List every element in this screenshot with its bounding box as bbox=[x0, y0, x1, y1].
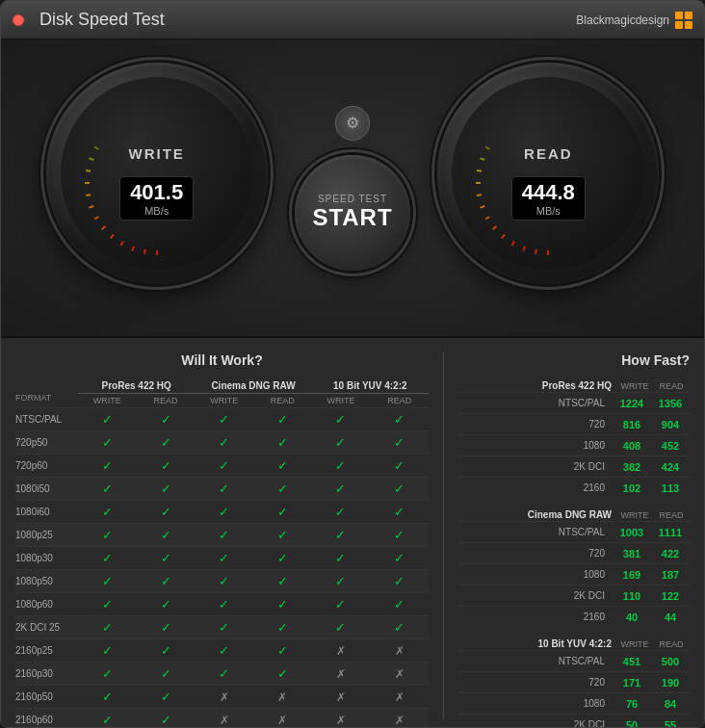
check-mark: ✓ bbox=[195, 551, 253, 565]
check-mark: ✓ bbox=[253, 458, 312, 473]
right-format-cell: 1080 bbox=[458, 569, 613, 580]
codec-prores-header: ProRes 422 HQ WRITE READ bbox=[78, 380, 195, 405]
check-mark: ✓ bbox=[78, 689, 137, 704]
check-mark: ✓ bbox=[195, 505, 253, 519]
svg-line-10 bbox=[94, 147, 98, 150]
check-mark: ✓ bbox=[253, 643, 312, 658]
check-group: ✓✓ bbox=[312, 481, 429, 496]
brand-icon bbox=[675, 12, 692, 29]
check-mark: ✓ bbox=[312, 412, 371, 427]
table-row: 720p60✓✓✓✓✓✓ bbox=[15, 454, 429, 477]
check-mark: ✓ bbox=[312, 551, 371, 565]
right-write-value: 1003 bbox=[613, 527, 651, 538]
right-codec-name: Cinema DNG RAW bbox=[458, 509, 616, 520]
table-row: 2K DCI 25✓✓✓✓✓✓ bbox=[15, 615, 429, 638]
format-cell: 2160p25 bbox=[15, 645, 78, 656]
check-mark: ✓ bbox=[312, 597, 371, 611]
check-group: ✓✓ bbox=[195, 435, 311, 450]
window-title: Disk Speed Test bbox=[39, 10, 576, 30]
check-mark: ✓ bbox=[370, 481, 429, 496]
right-codec-header: ProRes 422 HQWRITEREAD bbox=[458, 380, 690, 391]
check-group: ✓✓ bbox=[78, 574, 195, 588]
check-group: ✓✓ bbox=[195, 643, 311, 658]
read-gauge-svg bbox=[452, 77, 644, 270]
cross-mark: ✗ bbox=[312, 714, 371, 727]
right-table: How Fast? ProRes 422 HQWRITEREADNTSC/PAL… bbox=[458, 352, 690, 719]
right-read-value: 500 bbox=[651, 656, 690, 667]
check-mark: ✓ bbox=[137, 597, 196, 611]
svg-line-5 bbox=[89, 206, 93, 208]
check-mark: ✓ bbox=[195, 481, 253, 496]
right-format-cell: 720 bbox=[458, 548, 613, 559]
right-write-value: 50 bbox=[613, 719, 651, 729]
check-group: ✓✓ bbox=[78, 620, 195, 635]
check-mark: ✓ bbox=[137, 412, 196, 427]
check-mark: ✓ bbox=[370, 412, 429, 427]
check-mark: ✓ bbox=[137, 551, 196, 565]
right-write-label: WRITE bbox=[616, 381, 653, 391]
check-mark: ✓ bbox=[78, 481, 137, 496]
dng-read-label: READ bbox=[253, 396, 312, 405]
right-read-label: READ bbox=[653, 639, 690, 649]
check-mark: ✓ bbox=[195, 620, 253, 635]
check-group: ✓✓ bbox=[195, 597, 311, 611]
left-table: Will It Work? FORMAT ProRes 422 HQ WRITE… bbox=[15, 352, 429, 719]
check-group: ✗✗ bbox=[312, 690, 429, 704]
right-write-value: 102 bbox=[613, 482, 651, 494]
check-group: ✓✓ bbox=[195, 666, 311, 681]
cross-mark: ✗ bbox=[312, 667, 371, 681]
right-read-value: 113 bbox=[651, 482, 690, 494]
svg-line-23 bbox=[477, 170, 482, 171]
check-mark: ✓ bbox=[253, 574, 312, 588]
check-mark: ✓ bbox=[253, 412, 312, 427]
check-mark: ✓ bbox=[370, 435, 429, 450]
check-group: ✓✓ bbox=[78, 528, 195, 542]
table-row: 2160p25✓✓✓✓✗✗ bbox=[15, 638, 429, 662]
read-gauge-label: READ bbox=[524, 145, 573, 162]
check-mark: ✓ bbox=[370, 505, 429, 519]
right-write-value: 408 bbox=[613, 440, 651, 452]
cross-mark: ✗ bbox=[253, 690, 312, 704]
right-data-row: 720816904 bbox=[458, 413, 690, 434]
check-group: ✓✓ bbox=[195, 458, 311, 473]
svg-line-4 bbox=[94, 217, 98, 220]
check-mark: ✓ bbox=[312, 620, 371, 635]
brand-sq-2 bbox=[685, 12, 692, 19]
check-mark: ✓ bbox=[195, 528, 253, 542]
yuv-read-label: READ bbox=[370, 396, 429, 405]
check-group: ✓✓ bbox=[78, 458, 195, 473]
right-data-row: 1080408452 bbox=[458, 434, 690, 455]
check-group: ✓✓ bbox=[195, 551, 311, 565]
app-window: Disk Speed Test Blackmagicdesign bbox=[0, 0, 705, 728]
right-read-value: 122 bbox=[651, 590, 690, 602]
svg-line-15 bbox=[524, 247, 526, 251]
check-mark: ✓ bbox=[137, 458, 196, 473]
check-mark: ✓ bbox=[370, 597, 429, 611]
right-format-cell: NTSC/PAL bbox=[458, 527, 613, 537]
check-mark: ✓ bbox=[253, 505, 312, 519]
check-mark: ✓ bbox=[78, 713, 137, 727]
yuv-write-label: WRITE bbox=[312, 396, 371, 405]
check-mark: ✓ bbox=[78, 574, 137, 588]
right-data-row: NTSC/PAL10031111 bbox=[458, 521, 690, 542]
close-button[interactable] bbox=[13, 14, 24, 26]
check-mark: ✓ bbox=[370, 574, 429, 588]
right-write-label: WRITE bbox=[616, 639, 653, 649]
table-row: 1080p50✓✓✓✓✓✓ bbox=[15, 569, 429, 592]
check-mark: ✓ bbox=[137, 666, 196, 681]
check-group: ✗✗ bbox=[312, 644, 429, 658]
check-group: ✓✓ bbox=[195, 574, 311, 588]
format-cell: 2160p30 bbox=[15, 668, 78, 679]
right-write-value: 816 bbox=[613, 419, 651, 430]
cross-mark: ✗ bbox=[195, 690, 253, 704]
table-row: 2160p50✓✓✗✗✗✗ bbox=[15, 685, 429, 708]
right-read-value: 904 bbox=[651, 419, 690, 430]
codec-yuv-name: 10 Bit YUV 4:2:2 bbox=[312, 380, 429, 394]
format-cell: NTSC/PAL bbox=[15, 414, 78, 425]
check-group: ✗✗ bbox=[195, 690, 311, 704]
right-read-value: 190 bbox=[651, 677, 690, 689]
right-data-row: 2K DCI382424 bbox=[458, 455, 690, 477]
right-write-value: 171 bbox=[613, 677, 651, 689]
svg-line-11 bbox=[144, 249, 145, 254]
check-mark: ✓ bbox=[312, 505, 371, 519]
